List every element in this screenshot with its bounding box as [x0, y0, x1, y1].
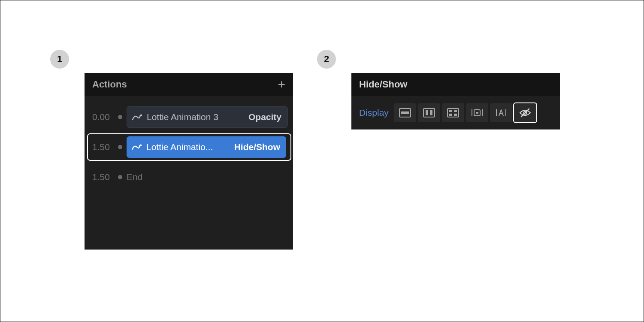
- display-label[interactable]: Display: [359, 108, 389, 118]
- svg-point-0: [140, 114, 142, 116]
- actions-panel-title: Actions: [92, 79, 127, 90]
- action-row: 0.00 Lottie Animation 3 Opacity: [85, 102, 293, 132]
- flex-icon: [423, 108, 435, 117]
- timeline-dot: [118, 175, 122, 179]
- lottie-icon: [132, 114, 142, 120]
- inline-icon: [495, 108, 508, 117]
- svg-point-1: [140, 144, 142, 146]
- timeline-dot: [118, 115, 122, 119]
- actions-panel-header: Actions +: [85, 73, 293, 96]
- hideshow-panel-header: Hide/Show: [351, 73, 560, 96]
- svg-rect-10: [449, 114, 452, 116]
- hideshow-panel-body: Display: [351, 96, 560, 129]
- timeline-dot: [118, 145, 122, 149]
- display-segmented-control: [394, 103, 536, 122]
- display-option-block[interactable]: [394, 103, 416, 122]
- inline-block-icon: [471, 108, 484, 117]
- actions-panel: Actions + 0.00 Lottie Animation 3 Opacit…: [85, 73, 293, 250]
- action-row: 1.50 Lottie Animatio... Hide/Show: [85, 132, 293, 162]
- hideshow-panel-title: Hide/Show: [359, 79, 407, 90]
- display-option-grid[interactable]: [442, 103, 464, 122]
- block-icon: [399, 108, 411, 117]
- action-end-row: 1.50 End: [85, 162, 293, 192]
- action-property: Opacity: [248, 112, 281, 122]
- lottie-icon: [132, 144, 142, 150]
- grid-icon: [447, 108, 459, 117]
- svg-rect-4: [423, 108, 435, 117]
- actions-panel-body: 0.00 Lottie Animation 3 Opacity 1.50: [85, 96, 293, 192]
- end-label: End: [127, 172, 142, 182]
- display-option-inline[interactable]: [490, 103, 512, 122]
- action-chip-hideshow[interactable]: Lottie Animatio... Hide/Show: [127, 136, 286, 158]
- svg-rect-8: [449, 110, 452, 112]
- display-option-none[interactable]: [514, 103, 536, 122]
- svg-rect-14: [476, 112, 478, 114]
- step-badge-1: 1: [50, 50, 69, 69]
- action-name: Lottie Animatio...: [146, 142, 230, 152]
- eye-off-icon: [519, 108, 532, 117]
- action-name: Lottie Animation 3: [147, 112, 244, 122]
- action-chip-opacity[interactable]: Lottie Animation 3 Opacity: [127, 106, 288, 128]
- add-action-button[interactable]: +: [278, 78, 285, 91]
- step-badge-2: 2: [317, 50, 336, 69]
- action-property: Hide/Show: [234, 142, 280, 152]
- action-time: 1.50: [92, 172, 115, 182]
- action-time: 1.50: [92, 142, 115, 152]
- svg-rect-11: [454, 114, 457, 116]
- action-time: 0.00: [92, 112, 115, 122]
- svg-rect-6: [430, 110, 432, 115]
- display-option-inline-block[interactable]: [466, 103, 488, 122]
- svg-rect-7: [447, 108, 459, 117]
- display-option-flex[interactable]: [418, 103, 440, 122]
- svg-rect-9: [454, 110, 457, 112]
- hideshow-panel: Hide/Show Display: [351, 73, 560, 129]
- svg-rect-5: [426, 110, 428, 115]
- svg-rect-3: [401, 111, 409, 114]
